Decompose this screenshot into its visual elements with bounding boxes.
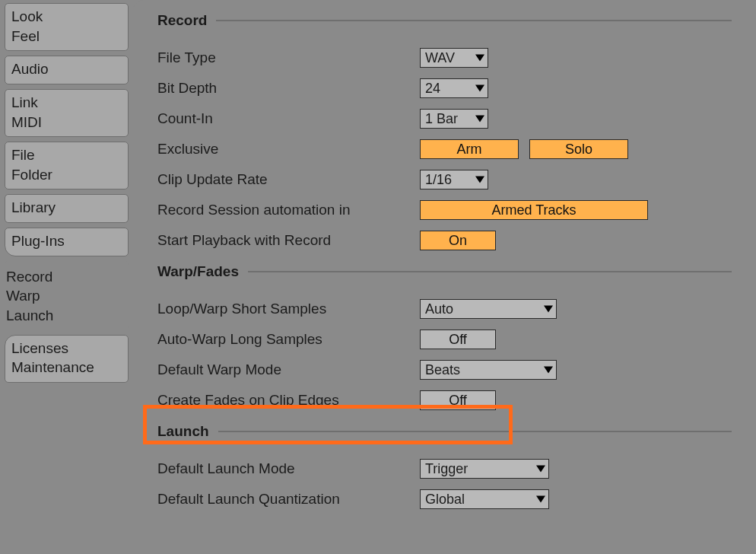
- row-file-type: File Type WAV: [157, 43, 732, 73]
- section-header-record: Record: [157, 12, 732, 29]
- row-start-playback: Start Playback with Record On: [157, 225, 732, 256]
- row-clip-update-rate: Clip Update Rate 1/16: [157, 164, 732, 195]
- chevron-down-icon: [475, 116, 484, 123]
- row-default-launch-mode: Default Launch Mode Trigger: [157, 454, 732, 484]
- divider: [218, 431, 732, 432]
- row-loop-warp-short: Loop/Warp Short Samples Auto: [157, 294, 732, 324]
- row-auto-warp-long: Auto-Warp Long Samples Off: [157, 324, 732, 355]
- divider: [248, 271, 732, 272]
- file-type-select[interactable]: WAV: [420, 48, 488, 68]
- tab-look-feel[interactable]: Look Feel: [5, 3, 129, 51]
- row-default-warp-mode: Default Warp Mode Beats: [157, 355, 732, 385]
- section-title: Launch: [157, 423, 209, 440]
- chevron-down-icon: [475, 55, 484, 62]
- section-title: Warp/Fades: [157, 263, 239, 280]
- chevron-down-icon: [536, 466, 545, 473]
- section-header-launch: Launch: [157, 423, 732, 440]
- loop-warp-short-select[interactable]: Auto: [420, 299, 557, 319]
- row-bit-depth: Bit Depth 24: [157, 73, 732, 103]
- tab-record-warp-launch[interactable]: Record Warp Launch: [5, 261, 129, 330]
- count-in-select[interactable]: 1 Bar: [420, 109, 488, 129]
- section-title: Record: [157, 12, 207, 29]
- tab-plugins[interactable]: Plug-Ins: [5, 228, 129, 256]
- row-count-in: Count-In 1 Bar: [157, 103, 732, 134]
- tab-library[interactable]: Library: [5, 194, 129, 223]
- default-warp-mode-select[interactable]: Beats: [420, 360, 557, 380]
- divider: [216, 20, 732, 21]
- default-launch-mode-select[interactable]: Trigger: [420, 459, 549, 479]
- create-fades-toggle[interactable]: Off: [420, 390, 496, 410]
- chevron-down-icon: [475, 85, 484, 92]
- default-launch-quant-select[interactable]: Global: [420, 489, 549, 509]
- row-create-fades: Create Fades on Clip Edges Off: [157, 385, 732, 416]
- preferences-panel: Record File Type WAV Bit Depth 24 Count-…: [133, 0, 756, 554]
- preferences-sidebar: Look Feel Audio Link MIDI File Folder Li…: [0, 0, 133, 554]
- tab-link-midi[interactable]: Link MIDI: [5, 89, 129, 137]
- session-automation-button[interactable]: Armed Tracks: [420, 200, 648, 220]
- bit-depth-select[interactable]: 24: [420, 78, 488, 98]
- clip-update-rate-select[interactable]: 1/16: [420, 170, 488, 189]
- exclusive-arm-button[interactable]: Arm: [420, 139, 519, 159]
- exclusive-solo-button[interactable]: Solo: [529, 139, 628, 159]
- tab-audio[interactable]: Audio: [5, 56, 129, 84]
- row-default-launch-quant: Default Launch Quantization Global: [157, 484, 732, 514]
- tab-licenses-maintenance[interactable]: Licenses Maintenance: [5, 335, 129, 383]
- auto-warp-long-toggle[interactable]: Off: [420, 330, 496, 349]
- tab-file-folder[interactable]: File Folder: [5, 142, 129, 189]
- row-session-automation: Record Session automation in Armed Track…: [157, 195, 732, 225]
- chevron-down-icon: [544, 306, 553, 313]
- chevron-down-icon: [475, 177, 484, 183]
- chevron-down-icon: [544, 367, 553, 374]
- section-header-warp: Warp/Fades: [157, 263, 732, 280]
- row-exclusive: Exclusive Arm Solo: [157, 134, 732, 164]
- start-playback-toggle[interactable]: On: [420, 231, 496, 250]
- chevron-down-icon: [536, 496, 545, 503]
